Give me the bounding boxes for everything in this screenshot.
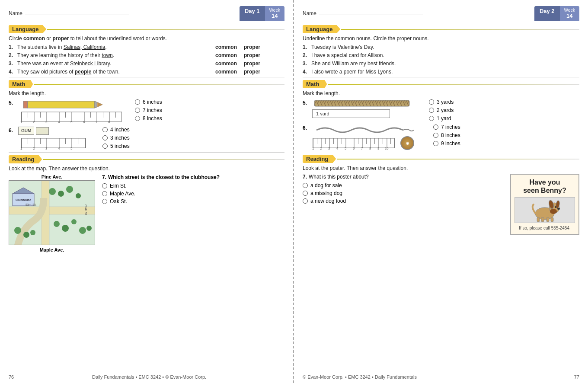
choice-proper-2[interactable]: proper (244, 52, 260, 58)
gum-image: GUM (18, 127, 49, 135)
radio-2yards[interactable]: 2 yards (429, 107, 454, 113)
radio-3yards[interactable]: 3 yards (429, 99, 454, 105)
language-tag-right: Language (303, 25, 340, 33)
radio-7inches[interactable]: 7 inches (135, 107, 162, 113)
svg-point-64 (86, 226, 92, 231)
svg-rect-70 (314, 100, 409, 106)
choice-common-3[interactable]: common (215, 61, 237, 67)
choice-common-4[interactable]: common (215, 69, 237, 75)
svg-point-55 (66, 186, 73, 193)
math-instruction-right: Mark the length. (303, 90, 579, 96)
math-item-6-num: 6. (9, 127, 18, 134)
svg-point-59 (71, 219, 77, 224)
reading-instruction-left: Look at the map. Then answer the questio… (9, 166, 284, 172)
svg-point-58 (62, 225, 69, 232)
svg-point-107 (555, 206, 556, 208)
reading-content-right: 7. What is this poster about? a dog for … (303, 174, 579, 235)
lang-item-3: 3. There was an event at Steinbeck Libra… (9, 61, 284, 67)
svg-text:Elm St.: Elm St. (26, 203, 37, 207)
svg-text:4: 4 (58, 147, 60, 150)
svg-rect-110 (537, 217, 540, 222)
ruler-svg-6: 1 2 3 4 5 (18, 137, 89, 150)
svg-text:8: 8 (369, 147, 371, 150)
svg-point-57 (54, 221, 60, 227)
svg-rect-0 (23, 101, 28, 108)
choice-common-2[interactable]: common (215, 52, 237, 58)
svg-rect-1 (28, 101, 95, 108)
snake-svg (312, 124, 420, 136)
week-box-left: Week 14 (265, 6, 284, 21)
radio-1yard[interactable]: 1 yard (429, 115, 454, 121)
svg-rect-48 (9, 207, 95, 214)
svg-text:3: 3 (328, 147, 330, 150)
svg-text:5: 5 (70, 147, 73, 150)
choice-dog-food[interactable]: a new dog food (303, 198, 503, 204)
reading-q7-num-left: 7. (102, 174, 106, 180)
math-item-r5-num: 5. (303, 99, 312, 106)
svg-text:4: 4 (336, 147, 338, 150)
tape-ruler-svg: 1 2 3 4 5 6 7 8 9 10 (312, 137, 399, 150)
svg-text:10: 10 (385, 147, 388, 150)
lang-item-r3: 3. She and William are my best friends. (303, 61, 579, 67)
day-label-left: Day 1 (240, 6, 265, 21)
choice-maple-ave[interactable]: Maple Ave. (102, 191, 284, 197)
tape-measure: 1 2 3 4 5 6 7 8 9 10 ◉ (312, 136, 414, 150)
svg-text:7: 7 (361, 147, 363, 150)
name-label-left: Name (9, 10, 22, 16)
svg-text:7: 7 (96, 120, 98, 124)
choice-common-1[interactable]: common (215, 44, 237, 50)
choice-dog-sale[interactable]: a dog for sale (303, 182, 503, 188)
language-tag-left: Language (9, 25, 46, 33)
lang-item-1: 1. The students live in Salinas, Califor… (9, 44, 284, 50)
choice-proper-1[interactable]: proper (244, 44, 260, 50)
svg-text:1: 1 (20, 147, 22, 150)
radio-9inches-right[interactable]: 9 inches (433, 140, 460, 147)
svg-rect-112 (546, 217, 549, 222)
radio-8inches[interactable]: 8 inches (135, 115, 162, 121)
footer-left-right: © Evan-Moor Corp. • EMC 3242 • Daily Fun… (303, 374, 417, 380)
svg-point-62 (30, 230, 35, 235)
choice-proper-4[interactable]: proper (244, 69, 260, 75)
day-week-badge-left: Day 1 Week 14 (240, 6, 284, 21)
svg-rect-4 (95, 102, 97, 107)
math-6-choices: 4 inches 3 inches 5 inches (102, 127, 130, 149)
svg-text:5: 5 (345, 147, 346, 150)
lang-item-r2: 2. I have a special card for Allison. (303, 52, 579, 58)
poster-title: Have you seen Benny? (514, 178, 575, 195)
radio-8inches-right[interactable]: 8 inches (433, 132, 460, 138)
language-instruction-left: Circle common or proper to tell about th… (9, 35, 284, 41)
day-week-badge-right: Day 2 Week 14 (534, 6, 579, 21)
poster-dog-image (514, 197, 575, 223)
radio-3inches[interactable]: 3 inches (102, 135, 130, 141)
svg-marker-3 (98, 102, 102, 107)
choice-missing-dog[interactable]: a missing dog (303, 190, 503, 196)
radio-7inches-right[interactable]: 7 inches (433, 124, 460, 130)
page-footer-left: 76 Daily Fundamentals • EMC 3242 • © Eva… (0, 374, 293, 380)
svg-text:1: 1 (20, 120, 22, 124)
choice-oak-st[interactable]: Oak St. (102, 198, 284, 204)
lang-item-2: 2. They are learning the history of thei… (9, 52, 284, 58)
radio-4inches[interactable]: 4 inches (102, 127, 130, 133)
svg-text:2: 2 (33, 147, 35, 150)
radio-5inches[interactable]: 5 inches (102, 143, 130, 149)
gum-label: GUM (18, 127, 34, 135)
choice-proper-3[interactable]: proper (244, 61, 260, 67)
math-r5-choices: 3 yards 2 yards 1 yard (429, 99, 454, 121)
footer-page-num-left: 76 (9, 374, 14, 380)
svg-text:5: 5 (70, 120, 73, 124)
svg-text:6: 6 (353, 147, 355, 150)
svg-text:4: 4 (58, 120, 60, 124)
rope-svg (312, 99, 416, 109)
math-tag-right: Math (303, 80, 327, 88)
math-5-choices: 6 inches 7 inches 8 inches (135, 99, 162, 121)
svg-point-56 (76, 193, 81, 198)
svg-point-60 (14, 227, 21, 234)
svg-text:Clubhouse: Clubhouse (16, 198, 31, 201)
pencil-svg (18, 99, 122, 110)
svg-rect-113 (551, 217, 553, 222)
choice-elm-st[interactable]: Elm St. (102, 183, 284, 189)
radio-6inches[interactable]: 6 inches (135, 99, 162, 105)
name-label-right: Name (303, 10, 316, 16)
reading-q7-text-right: What is this poster about? (309, 174, 369, 180)
language-instruction-right: Underline the common nouns. Circle the p… (303, 35, 579, 41)
